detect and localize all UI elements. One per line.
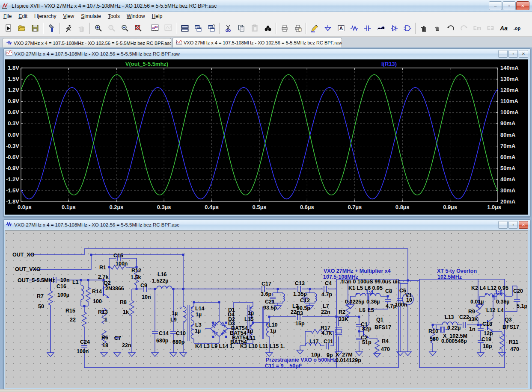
tile-vertical-icon[interactable] xyxy=(191,21,205,35)
inductor-icon[interactable] xyxy=(374,21,387,35)
schematic-label: R11 xyxy=(509,339,518,345)
draw-wire-icon[interactable] xyxy=(308,21,321,35)
capacitor-icon[interactable] xyxy=(361,21,374,35)
wave-minimize-button[interactable]: – xyxy=(498,50,508,58)
menu-help[interactable]: Help xyxy=(149,12,166,20)
spice-directive-icon[interactable]: .op xyxy=(510,21,523,35)
copy-icon[interactable] xyxy=(235,21,248,35)
open-icon[interactable] xyxy=(15,21,28,35)
tab-waveform[interactable]: VXO 27MHz x 4 = 107.5-108MHz - XO 102.56… xyxy=(172,38,342,47)
menu-view[interactable]: View xyxy=(59,12,77,20)
run-netlist-icon[interactable] xyxy=(2,21,15,35)
run-simulation-icon[interactable] xyxy=(62,21,75,35)
find-icon[interactable] xyxy=(261,21,274,35)
close-button[interactable]: ✕ xyxy=(516,1,529,10)
zoom-out-icon[interactable] xyxy=(118,21,131,35)
menu-hierarchy[interactable]: Hierarchy xyxy=(31,12,59,20)
schematic-window[interactable]: VXO 27MHz x 4 = 107.5-108MHz - XO 102.56… xyxy=(3,219,530,390)
schematic-label: C7 xyxy=(114,335,121,341)
schematic-label: C17 xyxy=(262,281,271,287)
svg-text:0.0V: 0.0V xyxy=(8,132,19,138)
drag-icon[interactable] xyxy=(431,21,444,35)
svg-text:40mA: 40mA xyxy=(500,176,516,183)
schematic-label: L7 xyxy=(323,303,329,309)
schematic-label: 18p xyxy=(483,343,492,349)
schematic-canvas[interactable]: OUT_XOOUT_VXOOUT_5-5.5MHz10nC16R750L1100… xyxy=(5,230,528,388)
schematic-label: L9 xyxy=(170,317,177,323)
schematic-label: OUT_VXO xyxy=(15,266,41,272)
main-titlebar[interactable]: LTspice XVII - VXO 27MHz x 4 = 107.5-108… xyxy=(0,0,532,12)
wave-restore-button[interactable]: ▫ xyxy=(508,50,518,58)
schematic-label: 33K xyxy=(339,316,348,322)
schem-minimize-button[interactable]: – xyxy=(498,221,508,229)
svg-text:1.0µs: 1.0µs xyxy=(487,204,501,210)
schematic-label: 51p xyxy=(362,339,372,345)
schematic-label: 107.5-108MHz xyxy=(323,274,358,280)
schematic-label: R2 xyxy=(339,309,345,315)
cut-icon[interactable] xyxy=(221,21,235,35)
menu-simulate[interactable]: Simulate xyxy=(77,12,104,20)
schematic-label: L3 xyxy=(195,322,202,328)
menu-tools[interactable]: Tools xyxy=(104,12,123,20)
schematic-label: 12p xyxy=(484,330,493,336)
schematic-label: 4.7k xyxy=(321,330,332,336)
cascade-windows-icon[interactable] xyxy=(205,21,218,35)
schem-restore-button[interactable]: ▫ xyxy=(508,221,518,229)
svg-text:50mA: 50mA xyxy=(500,165,516,171)
move-icon[interactable] xyxy=(417,21,431,35)
schematic-label: 1µ xyxy=(196,312,202,318)
schematic-label: 33K xyxy=(468,316,478,322)
print-icon[interactable] xyxy=(278,21,291,35)
svg-text:0.9V: 0.9V xyxy=(8,98,19,104)
schematic-label: 100 xyxy=(93,298,102,304)
text-icon[interactable]: Aa xyxy=(497,21,510,35)
schematic-window-icon xyxy=(6,221,12,229)
schematic-label: R4 xyxy=(382,338,389,344)
schematic-label: L5 xyxy=(368,307,374,313)
svg-text:0.3µs: 0.3µs xyxy=(157,204,171,210)
maximize-button[interactable]: ▫ xyxy=(502,1,516,10)
tab-schematic[interactable]: VXO 27MHz x 4 = 107.5-108MHz - XO 102.56… xyxy=(3,38,171,47)
zoom-in-icon[interactable] xyxy=(92,21,105,35)
zoom-full-extents-icon[interactable] xyxy=(131,21,145,35)
menu-window[interactable]: Window xyxy=(123,12,149,20)
save-icon[interactable] xyxy=(28,21,42,35)
status-strip xyxy=(0,389,532,392)
schematic-label: L15 xyxy=(244,316,254,322)
schematic-label: L14 xyxy=(195,306,205,312)
ground-icon[interactable] xyxy=(321,21,334,35)
waveform-window[interactable]: VXO 27MHz x 4 = 107.5-108MHz - XO 102.56… xyxy=(3,48,530,217)
waveform-window-icon xyxy=(6,50,12,58)
diode-icon[interactable] xyxy=(387,21,401,35)
schematic-label: C16 xyxy=(56,283,66,289)
schematic-label: 18 xyxy=(102,342,108,348)
svg-text:130mA: 130mA xyxy=(500,76,519,82)
schematic-label: 22n xyxy=(321,309,330,315)
control-panel-icon[interactable] xyxy=(45,21,58,35)
net-label-icon[interactable]: A xyxy=(334,21,348,35)
schematic-label: OUT_XO xyxy=(12,252,35,258)
component-icon[interactable] xyxy=(401,21,414,35)
print-setup-icon[interactable] xyxy=(291,21,304,35)
wave-close-button[interactable]: ✕ xyxy=(519,50,528,58)
autorange-plot-icon[interactable] xyxy=(148,21,161,35)
waveform-plot[interactable]: 1.8V1.5V1.2V0.9V0.6V0.3V0.0V-0.3V-0.6V-0… xyxy=(5,59,528,215)
minimize-button[interactable]: – xyxy=(489,1,502,10)
schematic-label: L17 xyxy=(309,339,319,345)
schematic-window-titlebar[interactable]: VXO 27MHz x 4 = 107.5-108MHz - XO 102.56… xyxy=(4,220,530,230)
menu-edit[interactable]: Edit xyxy=(15,12,31,20)
toolbar-separator xyxy=(59,23,60,34)
schematic-label: C19 xyxy=(481,336,491,342)
tile-horizontal-icon[interactable] xyxy=(178,21,191,35)
schematic-label: 1.522µ xyxy=(152,278,168,284)
schematic-label: 1µ xyxy=(248,310,254,316)
undo-icon[interactable] xyxy=(444,21,457,35)
schem-close-button[interactable]: ✕ xyxy=(519,221,528,229)
schematic-label: 1 xyxy=(104,317,107,323)
svg-text:1.5V: 1.5V xyxy=(8,76,19,82)
resistor-icon[interactable] xyxy=(348,21,361,35)
schematic-tab-icon xyxy=(6,40,12,46)
schematic-label: 680p xyxy=(156,338,169,344)
waveform-window-titlebar[interactable]: VXO 27MHz x 4 = 107.5-108MHz - XO 102.56… xyxy=(4,49,530,59)
menu-file[interactable]: File xyxy=(0,12,15,20)
